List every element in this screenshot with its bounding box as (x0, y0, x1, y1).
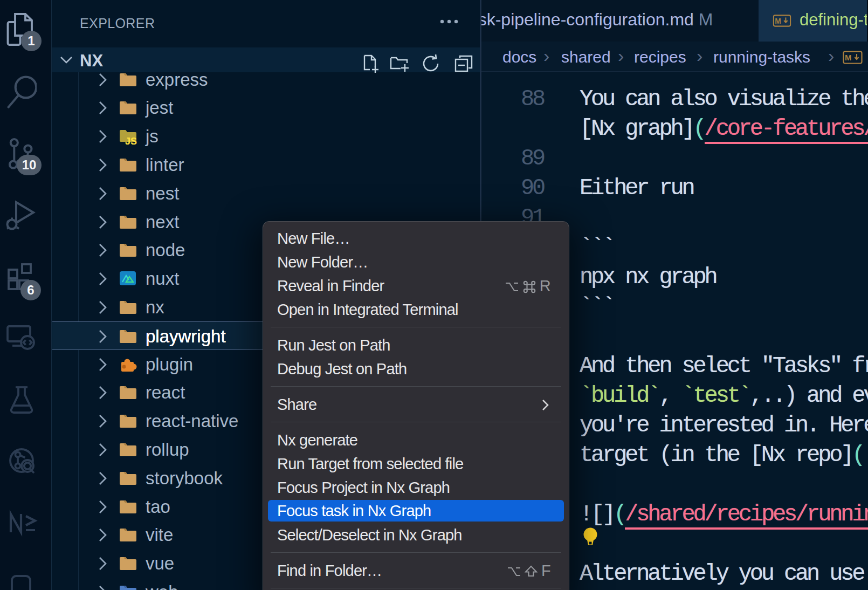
svg-text:M: M (775, 17, 781, 25)
svg-text:M: M (845, 53, 852, 62)
svg-text:JS: JS (125, 136, 137, 145)
